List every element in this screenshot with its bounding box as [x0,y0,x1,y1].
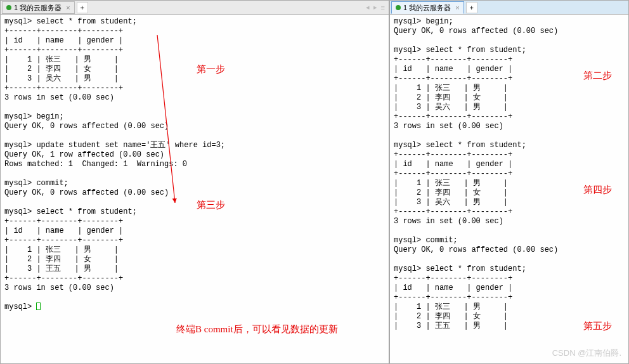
terminal-text-left: mysql> select * from student; +------+--… [4,17,225,311]
menu-icon[interactable]: ≡ [381,4,385,11]
plus-icon: + [80,4,84,11]
terminal-output-left[interactable]: mysql> select * from student; +------+--… [1,15,389,363]
terminal-pane-right: 1 我的云服务器 × + mysql> begin; Query OK, 0 r… [389,0,629,364]
close-icon[interactable]: × [66,4,70,11]
tab-right-1[interactable]: 1 我的云服务器 × [391,1,464,14]
tab-nav-left: ◂ ▸ ≡ [366,3,389,11]
tab-title: 1 我的云服务器 [403,3,451,13]
close-icon[interactable]: × [455,4,459,11]
status-dot-icon [396,5,401,10]
prev-icon[interactable]: ◂ [366,3,370,11]
tab-bar-right: 1 我的云服务器 × + [390,1,628,15]
status-dot-icon [6,5,11,10]
tab-title: 1 我的云服务器 [14,3,62,13]
terminal-output-right[interactable]: mysql> begin; Query OK, 0 rows affected … [390,15,628,363]
cursor-icon [36,302,41,310]
add-tab-button[interactable]: + [77,2,88,13]
next-icon[interactable]: ▸ [373,3,377,11]
tab-left-1[interactable]: 1 我的云服务器 × [2,1,75,14]
plus-icon: + [469,4,473,11]
tab-bar-left: 1 我的云服务器 × + ◂ ▸ ≡ [1,1,389,15]
add-tab-button[interactable]: + [466,2,477,13]
terminal-pane-left: 1 我的云服务器 × + ◂ ▸ ≡ mysql> select * from … [0,0,389,364]
terminal-text-right: mysql> begin; Query OK, 0 rows affected … [394,17,558,330]
